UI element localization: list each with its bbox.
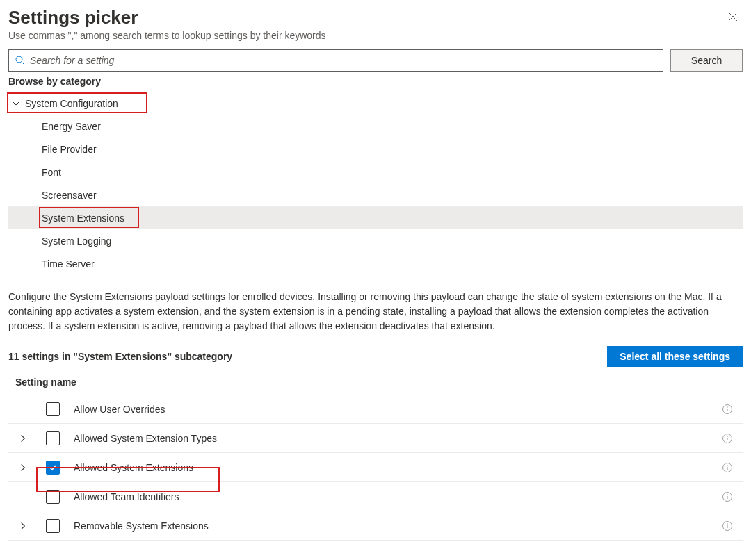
page-subtitle: Use commas "," among search terms to loo… <box>8 30 326 41</box>
svg-point-12 <box>727 494 728 495</box>
subcategory-label: Time Server <box>42 258 95 270</box>
close-button[interactable] <box>727 7 743 26</box>
svg-point-3 <box>727 406 728 408</box>
svg-point-15 <box>727 523 728 525</box>
table-header: Setting name <box>8 377 743 388</box>
setting-checkbox[interactable] <box>46 490 60 504</box>
category-label: System Configuration <box>25 98 118 109</box>
setting-label: Allow User Overrides <box>74 404 722 415</box>
close-icon <box>727 11 738 22</box>
select-all-button[interactable]: Select all these settings <box>607 346 743 367</box>
search-button[interactable]: Search <box>670 49 743 72</box>
svg-point-6 <box>727 436 728 437</box>
setting-checkbox[interactable] <box>46 431 60 445</box>
subcategory-screensaver[interactable]: Screensaver <box>8 183 743 206</box>
info-icon[interactable] <box>722 491 733 502</box>
svg-point-9 <box>727 465 728 466</box>
subcategory-label: Screensaver <box>42 190 97 201</box>
setting-label: Allowed System Extensions <box>74 462 722 473</box>
info-icon[interactable] <box>722 404 733 415</box>
subcategory-energy-saver[interactable]: Energy Saver <box>8 115 743 138</box>
search-icon <box>15 55 26 66</box>
subcategory-label: Energy Saver <box>42 121 101 132</box>
subcategory-label: File Provider <box>42 144 97 155</box>
section-divider <box>8 281 743 281</box>
subcategory-label: System Extensions <box>42 213 124 224</box>
subcategory-time-server[interactable]: Time Server <box>8 252 743 275</box>
svg-line-1 <box>22 62 24 65</box>
subcategory-system-extensions[interactable]: System Extensions <box>8 206 743 229</box>
setting-checkbox[interactable] <box>46 402 60 416</box>
category-system-configuration[interactable]: System Configuration <box>8 92 743 115</box>
setting-row[interactable]: Allowed System Extensions <box>8 453 743 482</box>
chevron-right-icon <box>18 463 28 472</box>
setting-label: Allowed Team Identifiers <box>74 491 722 502</box>
subcategory-label: System Logging <box>42 236 111 247</box>
chevron-down-icon <box>11 99 21 108</box>
subcategory-system-logging[interactable]: System Logging <box>8 229 743 252</box>
expand-cell[interactable] <box>18 434 46 443</box>
setting-label: Allowed System Extension Types <box>74 433 722 444</box>
info-icon[interactable] <box>722 520 733 532</box>
info-icon[interactable] <box>722 462 733 473</box>
setting-checkbox[interactable] <box>46 461 60 475</box>
settings-count: 11 settings in "System Extensions" subca… <box>8 351 232 362</box>
chevron-right-icon <box>18 521 28 531</box>
info-icon[interactable] <box>722 433 733 444</box>
subcategory-file-provider[interactable]: File Provider <box>8 138 743 160</box>
category-description: Configure the System Extensions payload … <box>8 290 743 333</box>
subcategory-label: Font <box>42 167 61 178</box>
expand-cell[interactable] <box>18 463 46 472</box>
page-title: Settings picker <box>8 7 326 28</box>
expand-cell[interactable] <box>18 521 46 531</box>
setting-checkbox[interactable] <box>46 519 60 533</box>
subcategory-font[interactable]: Font <box>8 160 743 183</box>
setting-row[interactable]: Removable System Extensions <box>8 511 743 541</box>
setting-row[interactable]: Allow User Overrides <box>8 395 743 424</box>
search-box[interactable] <box>8 49 663 72</box>
browse-heading: Browse by category <box>8 76 743 87</box>
svg-point-0 <box>16 56 22 63</box>
setting-row[interactable]: Allowed System Extension Types <box>8 424 743 453</box>
search-input[interactable] <box>30 55 657 66</box>
setting-label: Removable System Extensions <box>74 520 722 532</box>
setting-row[interactable]: Allowed Team Identifiers <box>8 482 743 511</box>
chevron-right-icon <box>18 434 28 443</box>
